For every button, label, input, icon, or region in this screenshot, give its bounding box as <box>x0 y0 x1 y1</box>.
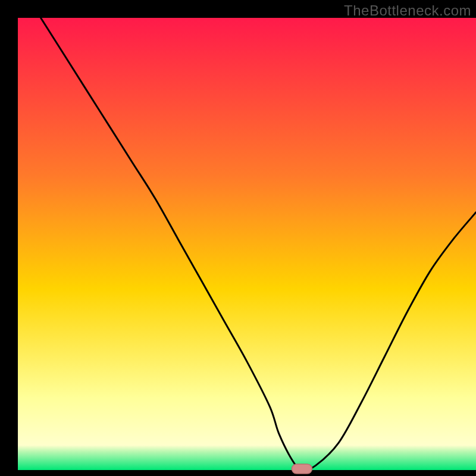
chart-svg <box>0 0 476 476</box>
plot-area <box>18 18 476 470</box>
optimum-marker <box>292 464 312 474</box>
bottleneck-chart: TheBottleneck.com <box>0 0 476 476</box>
watermark-text: TheBottleneck.com <box>344 2 471 19</box>
